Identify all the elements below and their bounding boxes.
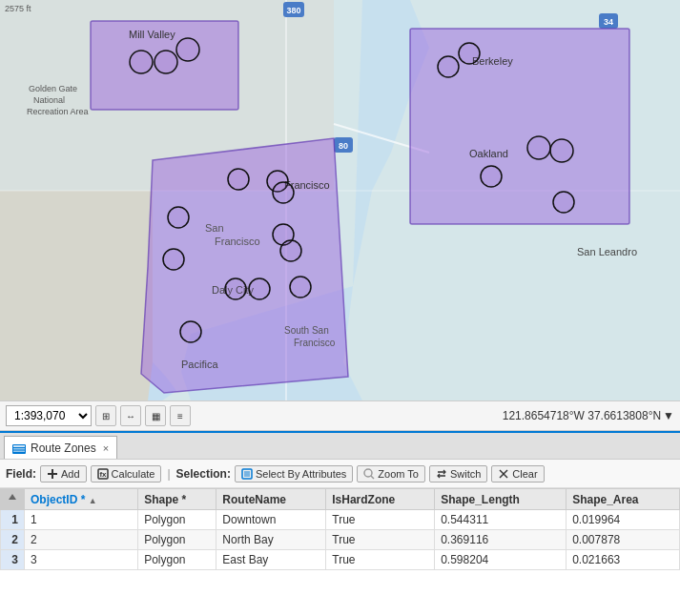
svg-point-46 [550, 139, 573, 162]
svg-point-43 [438, 56, 459, 77]
route-zones-tab[interactable]: Route Zones × [4, 436, 117, 459]
svg-point-38 [163, 249, 184, 270]
shape-column-header[interactable]: Shape * [138, 489, 216, 510]
svg-point-40 [249, 278, 270, 299]
table-tab-icon [12, 443, 26, 453]
svg-point-47 [481, 166, 502, 187]
row-number-cell: 3 [1, 550, 25, 570]
table-row[interactable]: 3 3 Polygon East Bay True 0.598204 0.021… [1, 550, 680, 570]
svg-point-29 [130, 51, 153, 73]
selection-separator: | [167, 467, 170, 481]
zoom-to-button[interactable]: Zoom To [357, 465, 425, 483]
tab-label: Route Zones [31, 441, 96, 455]
svg-text:Francisco: Francisco [294, 338, 336, 348]
calculate-icon: fx [97, 468, 109, 480]
svg-point-48 [553, 192, 574, 213]
coordinates-text: 121.8654718°W 37.6613808°N [503, 409, 661, 422]
svg-rect-50 [13, 445, 25, 447]
svg-point-42 [180, 321, 201, 342]
svg-rect-52 [13, 450, 25, 452]
full-extent-icon[interactable]: ▦ [145, 405, 166, 426]
svg-point-35 [168, 207, 189, 228]
shape-length-column-header[interactable]: Shape_Length [435, 489, 567, 510]
tab-close-button[interactable]: × [103, 442, 109, 454]
row-number-cell: 1 [1, 510, 25, 530]
objectid-cell: 1 [25, 510, 138, 530]
shape-cell: Polygon [138, 510, 216, 530]
routename-cell: North Bay [216, 530, 326, 550]
svg-text:South San: South San [284, 325, 329, 336]
select-by-attributes-icon [241, 468, 253, 480]
objectid-cell: 3 [25, 550, 138, 570]
routename-column-header[interactable]: RouteName [216, 489, 326, 510]
shape-length-cell: 0.544311 [435, 510, 567, 530]
svg-rect-51 [13, 448, 25, 450]
svg-point-39 [225, 278, 246, 299]
table-header-row: ObjectID * ▲ Shape * RouteName IsHardZon… [1, 489, 680, 510]
switch-icon [436, 468, 447, 480]
objectid-cell: 2 [25, 530, 138, 550]
add-button[interactable]: Add [40, 465, 87, 483]
row-selector-header [1, 489, 25, 510]
svg-text:34: 34 [604, 17, 613, 27]
shape-area-column-header[interactable]: Shape_Area [567, 489, 680, 510]
svg-point-44 [459, 43, 480, 64]
objectid-column-header[interactable]: ObjectID * ▲ [25, 489, 138, 510]
ishardzone-cell: True [326, 530, 435, 550]
svg-point-61 [364, 469, 372, 477]
scale-select[interactable]: 1:393,070 [6, 405, 92, 426]
clear-icon [498, 468, 509, 480]
go-to-xy-icon[interactable]: ≡ [170, 405, 191, 426]
svg-point-37 [280, 240, 301, 261]
svg-text:Pacifica: Pacifica [181, 359, 218, 370]
svg-point-31 [176, 38, 199, 61]
attribute-table: ObjectID * ▲ Shape * RouteName IsHardZon… [0, 488, 680, 570]
calculate-button[interactable]: fx Calculate [91, 465, 162, 483]
svg-text:San Leandro: San Leandro [577, 246, 637, 257]
svg-text:National: National [33, 95, 65, 105]
svg-text:80: 80 [339, 141, 348, 151]
coordinate-display: 121.8654718°W 37.6613808°N ▼ [503, 409, 674, 422]
svg-point-30 [155, 51, 177, 73]
row-number-cell: 2 [1, 530, 25, 550]
table-row[interactable]: 2 2 Polygon North Bay True 0.369116 0.00… [1, 530, 680, 550]
ishardzone-cell: True [326, 510, 435, 530]
attribute-toolbar: Field: Add fx Calculate | Selection: Sel… [0, 460, 680, 488]
zoom-to-icon [363, 468, 375, 480]
ishardzone-column-header[interactable]: IsHardZone [326, 489, 435, 510]
shape-area-cell: 0.021663 [567, 550, 680, 570]
tab-bar: Route Zones × [0, 433, 680, 460]
svg-text:Mill Valley: Mill Valley [129, 29, 175, 40]
select-by-attributes-button[interactable]: Select By Attributes [235, 465, 353, 483]
svg-point-34 [273, 182, 294, 203]
ishardzone-cell: True [326, 550, 435, 570]
zoom-to-selection-icon[interactable]: ↔ [120, 405, 141, 426]
svg-rect-54 [48, 473, 57, 475]
clear-button[interactable]: Clear [491, 465, 544, 483]
attribute-table-panel: Route Zones × Field: Add fx Calculate | … [0, 431, 680, 616]
shape-cell: Polygon [138, 550, 216, 570]
selection-label: Selection: [176, 467, 231, 481]
svg-text:Francisco: Francisco [215, 236, 260, 247]
svg-text:fx: fx [99, 470, 107, 479]
shape-cell: Polygon [138, 530, 216, 550]
shape-area-cell: 0.019964 [567, 510, 680, 530]
svg-text:Recreation Area: Recreation Area [27, 107, 89, 116]
switch-button[interactable]: Switch [429, 465, 487, 483]
svg-text:San: San [205, 222, 224, 234]
table-body: 1 1 Polygon Downtown True 0.544311 0.019… [1, 510, 680, 570]
svg-marker-67 [9, 494, 16, 500]
svg-text:2575 ft: 2575 ft [5, 4, 31, 13]
svg-point-41 [290, 277, 311, 298]
bookmarks-icon[interactable]: ⊞ [95, 405, 116, 426]
sort-icon [7, 492, 18, 503]
svg-text:Oakland: Oakland [469, 148, 508, 159]
data-table[interactable]: ObjectID * ▲ Shape * RouteName IsHardZon… [0, 488, 680, 616]
field-label: Field: [6, 467, 36, 481]
map-toolbar: 1:393,070 ⊞ ↔ ▦ ≡ 121.8654718°W 37.66138… [0, 400, 680, 431]
svg-point-32 [228, 169, 249, 190]
svg-text:Golden Gate: Golden Gate [29, 84, 77, 93]
map-view[interactable]: 80 34 380 Mill Valley Berkeley Oakland F… [0, 0, 680, 400]
table-row[interactable]: 1 1 Polygon Downtown True 0.544311 0.019… [1, 510, 680, 530]
coord-dropdown-icon[interactable]: ▼ [663, 409, 674, 422]
